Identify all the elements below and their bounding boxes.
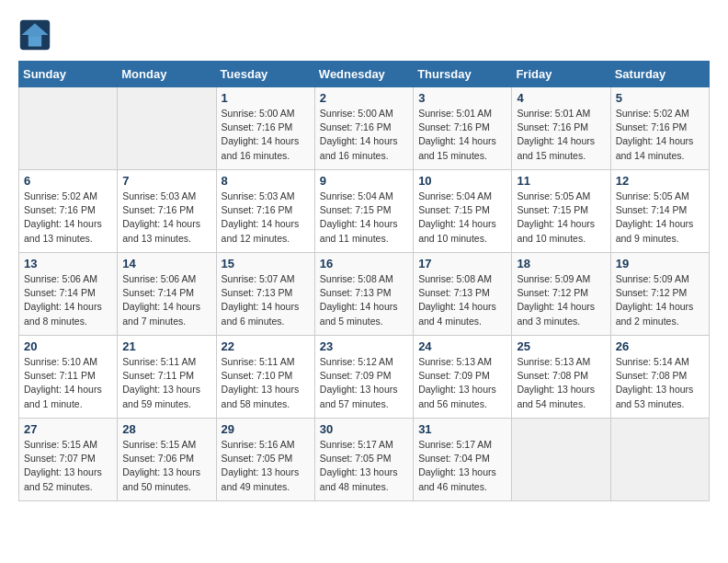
day-info: Sunrise: 5:05 AM Sunset: 7:15 PM Dayligh… xyxy=(517,190,605,246)
calendar-cell: 1Sunrise: 5:00 AM Sunset: 7:16 PM Daylig… xyxy=(216,87,314,170)
col-header-tuesday: Tuesday xyxy=(216,62,314,87)
day-number: 30 xyxy=(320,422,408,436)
day-number: 16 xyxy=(320,257,408,270)
day-number: 23 xyxy=(320,339,408,353)
calendar-cell: 21Sunrise: 5:11 AM Sunset: 7:11 PM Dayli… xyxy=(118,336,216,419)
calendar-cell: 25Sunrise: 5:13 AM Sunset: 7:08 PM Dayli… xyxy=(512,336,610,419)
day-info: Sunrise: 5:11 AM Sunset: 7:11 PM Dayligh… xyxy=(122,355,210,411)
day-number: 21 xyxy=(122,339,210,353)
col-header-friday: Friday xyxy=(512,62,610,87)
day-info: Sunrise: 5:08 AM Sunset: 7:13 PM Dayligh… xyxy=(320,272,408,328)
calendar-cell: 7Sunrise: 5:03 AM Sunset: 7:16 PM Daylig… xyxy=(118,170,216,253)
calendar-cell xyxy=(118,87,216,170)
calendar-cell: 26Sunrise: 5:14 AM Sunset: 7:08 PM Dayli… xyxy=(610,336,709,419)
day-info: Sunrise: 5:02 AM Sunset: 7:16 PM Dayligh… xyxy=(24,190,112,246)
day-info: Sunrise: 5:12 AM Sunset: 7:09 PM Dayligh… xyxy=(320,355,408,411)
day-number: 8 xyxy=(222,174,310,188)
day-number: 26 xyxy=(616,339,704,353)
calendar-cell: 13Sunrise: 5:06 AM Sunset: 7:14 PM Dayli… xyxy=(19,253,118,336)
day-number: 18 xyxy=(517,257,605,270)
day-info: Sunrise: 5:00 AM Sunset: 7:16 PM Dayligh… xyxy=(320,107,408,163)
calendar-cell: 28Sunrise: 5:15 AM Sunset: 7:06 PM Dayli… xyxy=(118,419,216,501)
day-number: 13 xyxy=(24,257,112,270)
calendar-cell: 30Sunrise: 5:17 AM Sunset: 7:05 PM Dayli… xyxy=(314,419,413,501)
day-info: Sunrise: 5:15 AM Sunset: 7:06 PM Dayligh… xyxy=(122,438,210,494)
calendar-cell: 19Sunrise: 5:09 AM Sunset: 7:12 PM Dayli… xyxy=(610,253,709,336)
calendar-cell xyxy=(19,87,118,170)
day-info: Sunrise: 5:13 AM Sunset: 7:09 PM Dayligh… xyxy=(418,355,506,411)
day-number: 15 xyxy=(222,257,310,270)
day-number: 19 xyxy=(616,257,704,270)
calendar-cell: 23Sunrise: 5:12 AM Sunset: 7:09 PM Dayli… xyxy=(314,336,413,419)
day-number: 11 xyxy=(517,174,605,188)
calendar-cell: 27Sunrise: 5:15 AM Sunset: 7:07 PM Dayli… xyxy=(19,419,118,501)
day-number: 10 xyxy=(418,174,506,188)
calendar-cell: 15Sunrise: 5:07 AM Sunset: 7:13 PM Dayli… xyxy=(216,253,314,336)
calendar-cell: 24Sunrise: 5:13 AM Sunset: 7:09 PM Dayli… xyxy=(414,336,512,419)
day-number: 24 xyxy=(418,339,506,353)
calendar-cell: 16Sunrise: 5:08 AM Sunset: 7:13 PM Dayli… xyxy=(314,253,413,336)
page-header xyxy=(18,18,710,52)
day-number: 22 xyxy=(222,339,310,353)
day-number: 29 xyxy=(222,422,310,436)
calendar-cell: 3Sunrise: 5:01 AM Sunset: 7:16 PM Daylig… xyxy=(414,87,512,170)
day-info: Sunrise: 5:02 AM Sunset: 7:16 PM Dayligh… xyxy=(616,107,704,163)
day-info: Sunrise: 5:04 AM Sunset: 7:15 PM Dayligh… xyxy=(320,190,408,246)
day-info: Sunrise: 5:16 AM Sunset: 7:05 PM Dayligh… xyxy=(222,438,310,494)
calendar-cell: 17Sunrise: 5:08 AM Sunset: 7:13 PM Dayli… xyxy=(414,253,512,336)
calendar-cell: 5Sunrise: 5:02 AM Sunset: 7:16 PM Daylig… xyxy=(610,87,709,170)
day-info: Sunrise: 5:13 AM Sunset: 7:08 PM Dayligh… xyxy=(517,355,605,411)
day-info: Sunrise: 5:04 AM Sunset: 7:15 PM Dayligh… xyxy=(418,190,506,246)
logo-icon xyxy=(18,18,51,52)
day-number: 4 xyxy=(517,91,605,105)
calendar-cell: 31Sunrise: 5:17 AM Sunset: 7:04 PM Dayli… xyxy=(414,419,512,501)
day-number: 14 xyxy=(122,257,210,270)
calendar-cell xyxy=(512,419,610,501)
col-header-saturday: Saturday xyxy=(610,62,709,87)
calendar-cell: 8Sunrise: 5:03 AM Sunset: 7:16 PM Daylig… xyxy=(216,170,314,253)
calendar-cell: 22Sunrise: 5:11 AM Sunset: 7:10 PM Dayli… xyxy=(216,336,314,419)
day-number: 2 xyxy=(320,91,408,105)
day-info: Sunrise: 5:06 AM Sunset: 7:14 PM Dayligh… xyxy=(24,272,112,328)
day-info: Sunrise: 5:01 AM Sunset: 7:16 PM Dayligh… xyxy=(517,107,605,163)
day-number: 3 xyxy=(418,91,506,105)
day-info: Sunrise: 5:11 AM Sunset: 7:10 PM Dayligh… xyxy=(222,355,310,411)
calendar-cell: 2Sunrise: 5:00 AM Sunset: 7:16 PM Daylig… xyxy=(314,87,413,170)
day-info: Sunrise: 5:14 AM Sunset: 7:08 PM Dayligh… xyxy=(616,355,704,411)
calendar-cell: 20Sunrise: 5:10 AM Sunset: 7:11 PM Dayli… xyxy=(19,336,118,419)
day-info: Sunrise: 5:17 AM Sunset: 7:04 PM Dayligh… xyxy=(418,438,506,494)
calendar-cell: 12Sunrise: 5:05 AM Sunset: 7:14 PM Dayli… xyxy=(610,170,709,253)
day-info: Sunrise: 5:07 AM Sunset: 7:13 PM Dayligh… xyxy=(222,272,310,328)
day-info: Sunrise: 5:15 AM Sunset: 7:07 PM Dayligh… xyxy=(24,438,112,494)
day-info: Sunrise: 5:01 AM Sunset: 7:16 PM Dayligh… xyxy=(418,107,506,163)
calendar-cell: 29Sunrise: 5:16 AM Sunset: 7:05 PM Dayli… xyxy=(216,419,314,501)
calendar-cell: 11Sunrise: 5:05 AM Sunset: 7:15 PM Dayli… xyxy=(512,170,610,253)
day-number: 31 xyxy=(418,422,506,436)
calendar-table: SundayMondayTuesdayWednesdayThursdayFrid… xyxy=(18,61,710,501)
calendar-cell: 9Sunrise: 5:04 AM Sunset: 7:15 PM Daylig… xyxy=(314,170,413,253)
day-info: Sunrise: 5:17 AM Sunset: 7:05 PM Dayligh… xyxy=(320,438,408,494)
day-info: Sunrise: 5:08 AM Sunset: 7:13 PM Dayligh… xyxy=(418,272,506,328)
logo xyxy=(18,18,55,52)
calendar-cell: 18Sunrise: 5:09 AM Sunset: 7:12 PM Dayli… xyxy=(512,253,610,336)
day-number: 7 xyxy=(122,174,210,188)
day-number: 17 xyxy=(418,257,506,270)
day-number: 25 xyxy=(517,339,605,353)
day-info: Sunrise: 5:05 AM Sunset: 7:14 PM Dayligh… xyxy=(616,190,704,246)
day-info: Sunrise: 5:03 AM Sunset: 7:16 PM Dayligh… xyxy=(122,190,210,246)
col-header-wednesday: Wednesday xyxy=(314,62,413,87)
day-number: 28 xyxy=(122,422,210,436)
day-info: Sunrise: 5:09 AM Sunset: 7:12 PM Dayligh… xyxy=(517,272,605,328)
calendar-cell: 10Sunrise: 5:04 AM Sunset: 7:15 PM Dayli… xyxy=(414,170,512,253)
day-number: 5 xyxy=(616,91,704,105)
calendar-cell: 14Sunrise: 5:06 AM Sunset: 7:14 PM Dayli… xyxy=(118,253,216,336)
day-number: 1 xyxy=(222,91,310,105)
col-header-sunday: Sunday xyxy=(19,62,118,87)
day-number: 20 xyxy=(24,339,112,353)
calendar-cell: 4Sunrise: 5:01 AM Sunset: 7:16 PM Daylig… xyxy=(512,87,610,170)
col-header-thursday: Thursday xyxy=(414,62,512,87)
day-info: Sunrise: 5:03 AM Sunset: 7:16 PM Dayligh… xyxy=(222,190,310,246)
day-number: 12 xyxy=(616,174,704,188)
col-header-monday: Monday xyxy=(118,62,216,87)
calendar-cell xyxy=(610,419,709,501)
